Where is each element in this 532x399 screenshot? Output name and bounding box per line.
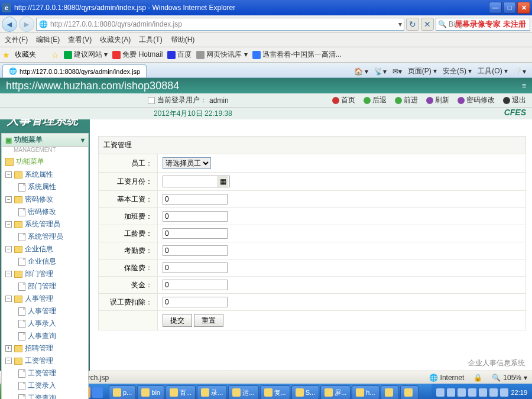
input-month[interactable] [163,176,218,187]
menu-file[interactable]: 文件(F) [5,35,28,45]
forward-button[interactable]: ► [19,17,34,32]
tree-folder[interactable]: −系统管理员 [2,218,88,231]
add-favorite-icon[interactable]: ☆ [51,50,59,60]
tray-icon[interactable] [468,388,476,397]
nav-home[interactable]: 首页 [332,95,355,105]
tree-item[interactable]: 密码修改 [2,206,88,218]
taskbar-item[interactable]: S... [291,385,320,399]
menu-favorites[interactable]: 收藏夹(A) [100,35,131,45]
tree-item[interactable]: 人事录入 [2,317,88,330]
tool-safety[interactable]: 安全(S) ▾ [443,66,472,76]
tree-folder[interactable]: −人事管理 [2,293,88,305]
input-base[interactable] [163,194,228,205]
menu-view[interactable]: 查看(V) [68,35,92,45]
taskbar-item[interactable]: bin [137,385,164,399]
taskbar-item[interactable]: 复... [260,385,290,399]
menu-tools[interactable]: 工具(T) [139,35,162,45]
taskbar-item[interactable]: 屏... [320,385,351,399]
tray-icon[interactable] [458,388,466,397]
tree-item[interactable]: 企业信息 [2,255,88,268]
tray-icon[interactable] [479,388,487,397]
tray-icon[interactable] [447,388,455,397]
tool-feeds[interactable]: 📡▾ [374,66,387,76]
select-employee[interactable]: 请选择员工 [163,157,211,169]
fav-hotmail[interactable]: 免费 Hotmail [112,50,163,60]
favorites-label[interactable]: 收藏夹 [15,50,36,60]
browser-tab[interactable]: 🌐 http://127.0.0.1:8080/qyrs/admin/index… [2,64,147,77]
tree-toggle-icon[interactable]: − [5,271,12,277]
search-box[interactable]: 🔍 Bing 屏幕录像专家 未注册 [436,18,530,31]
fav-suggestion[interactable]: 建议网站 ▾ [64,50,108,60]
input-attendance[interactable] [163,245,228,256]
taskbar-item[interactable]: 录... [197,385,227,399]
tree-toggle-icon[interactable]: + [5,345,12,352]
close-button[interactable]: ✕ [517,2,530,14]
tree-folder[interactable]: +招聘管理 [2,342,88,355]
taskbar-item[interactable] [400,385,419,399]
tree-item[interactable]: 工资录入 [2,379,88,392]
tree-toggle-icon[interactable]: − [5,221,12,228]
address-bar[interactable]: 🌐 http://127.0.0.1:8080/qyrs/admin/index… [36,18,404,31]
refresh-button[interactable]: ↻ [406,18,419,31]
taskbar-item[interactable]: 运... [228,385,258,399]
tool-help[interactable]: ❔▾ [514,66,526,76]
maximize-button[interactable]: □ [503,2,516,14]
input-overtime[interactable] [163,211,228,222]
tree-item[interactable]: 工资查询 [2,392,88,399]
taskbar-item[interactable]: 百... [166,385,196,399]
submit-button[interactable]: 提交 [163,314,192,327]
tree-item[interactable]: 人事管理 [2,305,88,317]
nav-back[interactable]: 后退 [364,95,387,105]
ql-icon[interactable] [92,387,103,398]
tree-folder[interactable]: −工资管理 [2,355,88,367]
tree-folder[interactable]: −密码修改 [2,193,88,206]
nav-logout[interactable]: 退出 [503,95,526,105]
nav-forward[interactable]: 前进 [395,95,418,105]
tree-item[interactable]: 工资管理 [2,367,88,379]
menu-edit[interactable]: 编辑(E) [36,35,60,45]
tree-item[interactable]: 人事查询 [2,330,88,342]
taskbar-item[interactable]: p... [109,385,136,399]
tool-tools[interactable]: 工具(O) ▾ [478,66,508,76]
input-insurance[interactable] [163,262,228,273]
reset-button[interactable]: 重置 [194,314,223,327]
menu-help[interactable]: 帮助(H) [171,35,195,45]
tree-toggle-icon[interactable]: − [5,171,12,178]
input-bonus[interactable] [163,280,228,290]
tree-item[interactable]: 系统管理员 [2,231,88,243]
tree-folder[interactable]: −企业信息 [2,243,88,255]
fav-gallery[interactable]: 网页快讯库 ▾ [196,50,247,60]
tree-folder[interactable]: −部门管理 [2,268,88,280]
tray-icon[interactable] [489,388,498,397]
tree-toggle-icon[interactable]: − [5,196,12,203]
tree-folder[interactable]: −系统属性 [2,168,88,181]
collapse-icon[interactable]: ▾ [81,136,85,144]
nav-refresh[interactable]: 刷新 [426,95,449,105]
stop-button[interactable]: ✕ [421,18,434,31]
zoom-control[interactable]: 🔍 105% ▾ [492,374,527,382]
calendar-icon[interactable]: ▦ [218,176,228,187]
fav-xunlei[interactable]: 迅雷看看-中国第一高清... [252,50,342,60]
minimize-button[interactable]: — [489,2,502,14]
tool-mail[interactable]: ✉▾ [392,66,402,76]
tree-item[interactable]: 部门管理 [2,280,88,293]
tree-toggle-icon[interactable]: − [5,358,12,364]
tray-icon[interactable] [500,388,508,397]
tool-home[interactable]: 🏠▾ [354,66,368,76]
taskbar-item[interactable] [381,385,399,399]
taskbar-clock[interactable]: 22:19 [511,389,527,396]
taskbar-item[interactable]: h... [352,385,379,399]
menu-root[interactable]: 功能菜单 [2,155,88,168]
tray-icon[interactable] [436,388,445,397]
nav-changepw[interactable]: 密码修改 [458,95,495,105]
tool-page[interactable]: 页面(P) ▾ [408,66,437,76]
back-button[interactable]: ◄ [2,17,17,32]
page-icon [18,394,25,400]
input-deduction[interactable] [163,297,228,307]
input-seniority[interactable] [163,228,228,239]
tree-toggle-icon[interactable]: − [5,296,12,302]
fav-baidu[interactable]: 百度 [167,50,192,60]
tree-item[interactable]: 系统属性 [2,181,88,193]
favorites-star-icon[interactable]: ★ [2,50,10,60]
tree-toggle-icon[interactable]: − [5,246,12,252]
